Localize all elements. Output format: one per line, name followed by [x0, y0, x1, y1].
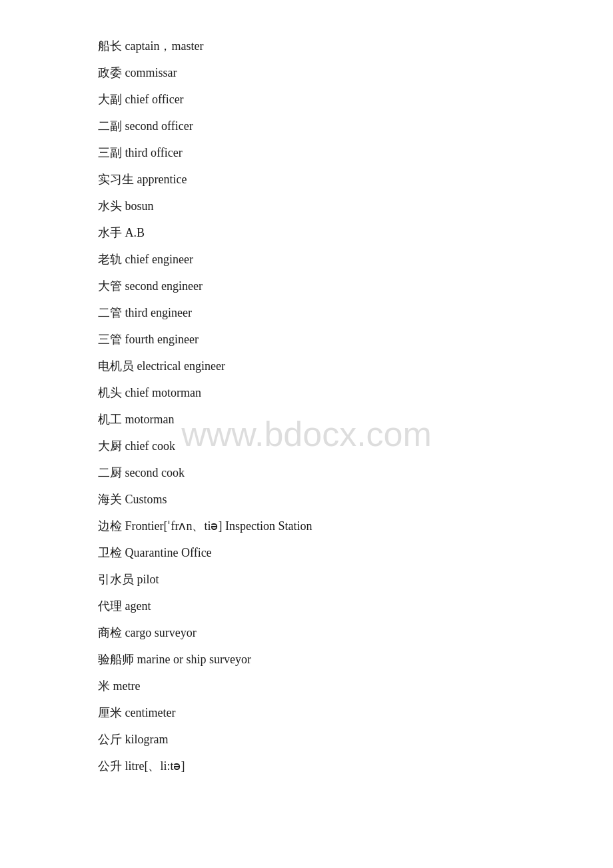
list-item: 海关 Customs [98, 493, 515, 505]
list-item: 代理 agent [98, 600, 515, 612]
list-item: 船长 captain，master [98, 40, 515, 52]
list-item: 三副 third officer [98, 147, 515, 159]
list-item: 机工 motorman [98, 413, 515, 425]
list-item: 公斤 kilogram [98, 733, 515, 745]
list-item: 公升 litre[、li:tə] [98, 760, 515, 772]
list-item: 米 metre [98, 680, 515, 692]
list-item: 水手 A.B [98, 227, 515, 239]
list-item: 二副 second officer [98, 120, 515, 132]
list-item: 电机员 electrical engineer [98, 360, 515, 372]
list-item: 二管 third engineer [98, 307, 515, 319]
list-item: 二厨 second cook [98, 467, 515, 479]
list-item: 老轨 chief engineer [98, 253, 515, 265]
list-item: 厘米 centimeter [98, 707, 515, 719]
list-item: 引水员 pilot [98, 573, 515, 585]
list-item: 政委 commissar [98, 67, 515, 79]
list-item: 三管 fourth engineer [98, 333, 515, 345]
list-item: 商检 cargo surveyor [98, 627, 515, 639]
list-item: 大副 chief officer [98, 93, 515, 105]
list-item: 卫检 Quarantine Office [98, 547, 515, 559]
main-content: 船长 captain，master政委 commissar大副 chief of… [0, 0, 613, 827]
list-item: 大厨 chief cook [98, 440, 515, 452]
list-item: 机头 chief motorman [98, 387, 515, 399]
list-item: 大管 second engineer [98, 280, 515, 292]
list-item: 实习生 apprentice [98, 173, 515, 185]
list-item: 验船师 marine or ship surveyor [98, 653, 515, 665]
list-item: 边检 Frontier[ˈfrʌn、tiə] Inspection Statio… [98, 520, 515, 532]
list-item: 水头 bosun [98, 200, 515, 212]
